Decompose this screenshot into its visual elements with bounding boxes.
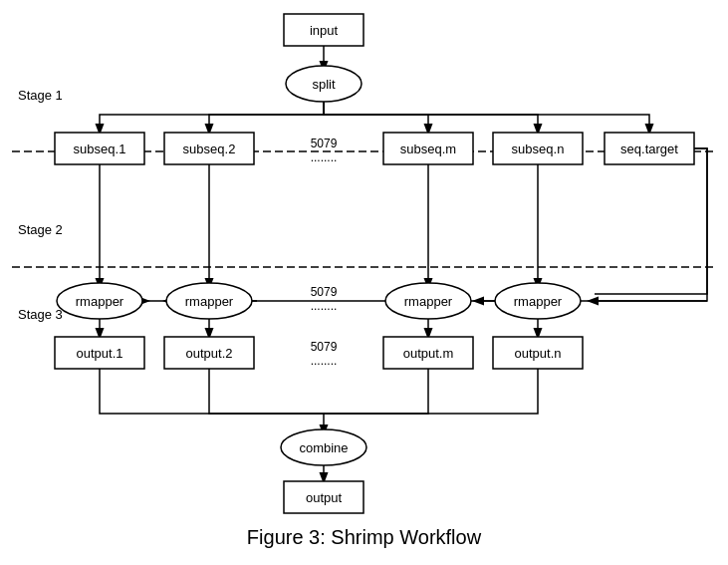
output1-label: output.1: [77, 346, 123, 361]
stage3-label: Stage 3: [18, 307, 63, 322]
rmappern-label: rmapper: [514, 294, 563, 309]
subseqn-label: subseq.n: [512, 141, 565, 156]
workflow-diagram: Stage 1 Stage 2 Stage 3 input split subs…: [0, 0, 728, 518]
dots1b: ........: [311, 150, 338, 164]
dots2: 5079: [311, 285, 338, 299]
rmapperm-label: rmapper: [404, 294, 453, 309]
combine-label: combine: [299, 440, 348, 455]
outputm-label: output.m: [403, 346, 454, 361]
subseqm-label: subseq.m: [400, 141, 456, 156]
seqtarget-label: seq.target: [620, 141, 678, 156]
dots1: 5079: [311, 137, 338, 150]
stage2-label: Stage 2: [18, 222, 63, 237]
rmapper1-label: rmapper: [76, 294, 124, 309]
subseq2-label: subseq.2: [183, 141, 236, 156]
dots3b: ........: [311, 354, 338, 368]
outputn-label: output.n: [515, 346, 562, 361]
split-label: split: [312, 77, 336, 92]
dots2b: ........: [311, 299, 338, 313]
output2-label: output.2: [186, 346, 233, 361]
output-label: output: [306, 490, 343, 505]
rmapper2-label: rmapper: [185, 294, 234, 309]
subseq1-label: subseq.1: [74, 141, 126, 156]
input-label: input: [310, 23, 339, 38]
figure-caption: Figure 3: Shrimp Workflow: [0, 518, 728, 553]
dots3: 5079: [311, 340, 338, 354]
stage1-label: Stage 1: [18, 88, 63, 103]
